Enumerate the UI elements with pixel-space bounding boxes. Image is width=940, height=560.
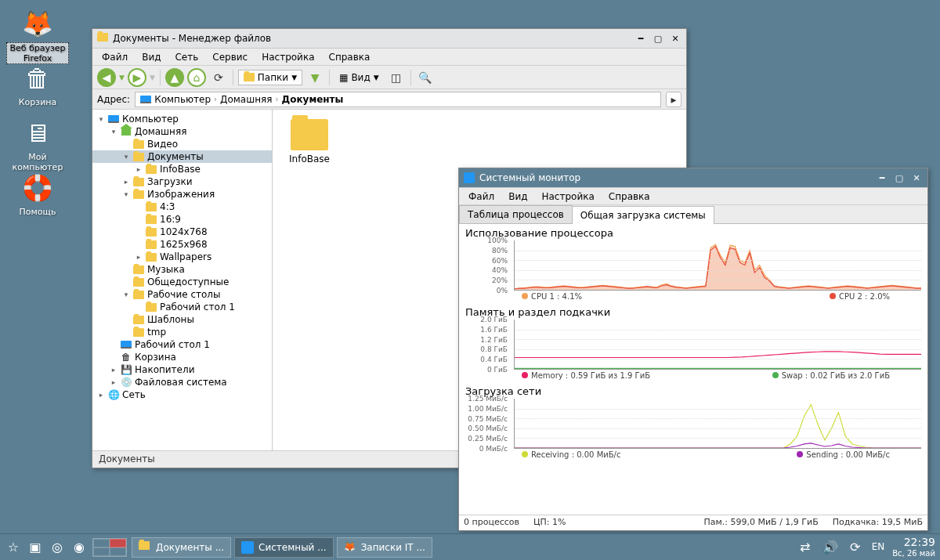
menu-сервис[interactable]: Сервис [206, 50, 254, 64]
tree-item[interactable]: 1625x968 [92, 238, 272, 251]
tree-item[interactable]: ▸💿Файловая система [92, 376, 272, 388]
tree-item[interactable]: Общедоступные [92, 276, 272, 288]
menu-настройка[interactable]: Настройка [255, 50, 320, 64]
desktop-icon-trash[interactable]: 🗑Корзина [6, 61, 69, 107]
file-item[interactable]: InfoBase [282, 119, 337, 164]
tree-item[interactable]: Видео [92, 138, 272, 150]
tree-item[interactable]: ▾Документы [92, 150, 272, 163]
expand-icon[interactable]: ▾ [110, 128, 118, 135]
taskbar-button[interactable]: 🦊Записки IT ... [337, 537, 432, 558]
folder-icon [146, 251, 157, 262]
expand-icon[interactable]: ▸ [110, 378, 118, 386]
tree-item[interactable]: 16:9 [92, 213, 272, 226]
go-button[interactable]: ▸ [666, 92, 682, 107]
chart-title: Загрузка сети [465, 385, 921, 397]
menu-сеть[interactable]: Сеть [168, 50, 204, 64]
view-dropdown[interactable]: ▦ Вид ▼ [334, 70, 384, 85]
tree-item[interactable]: ▾Домашняя [92, 125, 272, 138]
expand-icon[interactable]: ▾ [122, 190, 130, 198]
expand-icon[interactable]: ▸ [135, 253, 143, 261]
tree-item[interactable]: ▸Загрузки [92, 175, 272, 188]
tree-item[interactable]: 1024x768 [92, 226, 272, 238]
tree-item[interactable]: 4:3 [92, 201, 272, 213]
folder-icon [146, 302, 157, 313]
expand-icon[interactable]: ▸ [135, 165, 143, 173]
tree-item[interactable]: 🗑Корзина [92, 351, 272, 363]
updates-tray-icon[interactable]: ⟳ [847, 538, 864, 555]
up-button[interactable]: ▲ [165, 68, 184, 87]
maximize-button[interactable]: ▢ [652, 32, 664, 45]
tab[interactable]: Таблица процессов [459, 205, 573, 223]
volume-tray-icon[interactable]: 🔊 [822, 538, 839, 555]
tab[interactable]: Общая загрузка системы [572, 206, 714, 224]
breadcrumb[interactable]: Компьютер›Домашняя›Документы [135, 92, 661, 107]
tree-item[interactable]: Шаблоны [92, 313, 272, 326]
back-button[interactable]: ◀ [97, 68, 116, 87]
show-desktop-button[interactable]: ▣ [27, 539, 44, 556]
start-menu-button[interactable]: ☆ [5, 539, 22, 556]
tree-item[interactable]: ▸Wallpapers [92, 251, 272, 263]
apps-button-1[interactable]: ◎ [49, 539, 66, 556]
taskbar-button[interactable]: Документы ... [132, 537, 231, 558]
tree-item[interactable]: Рабочий стол 1 [92, 338, 272, 351]
chart: 2.0 ГиБ1.6 ГиБ1.2 ГиБ0.8 ГиБ0.4 ГиБ0 ГиБ… [465, 320, 921, 381]
keyboard-layout[interactable]: EN [872, 541, 885, 552]
folders-dropdown[interactable]: Папки▼ [238, 70, 302, 85]
sm-titlebar[interactable]: Системный монитор ━ ▢ ✕ [459, 168, 927, 188]
fm-titlebar[interactable]: Документы - Менеджер файлов ━ ▢ ✕ [92, 29, 686, 49]
status-cpu: ЦП: 1% [533, 517, 566, 529]
menu-справка[interactable]: Справка [602, 190, 656, 204]
expand-icon[interactable]: ▾ [97, 115, 105, 123]
crumb[interactable]: Документы [281, 94, 343, 105]
crumb[interactable]: Домашняя [220, 94, 272, 105]
tree-item[interactable]: ▸🌐Сеть [92, 388, 272, 401]
menu-вид[interactable]: Вид [502, 190, 533, 204]
expand-icon[interactable]: ▾ [122, 291, 130, 298]
tree-item[interactable]: ▸InfoBase [92, 163, 272, 175]
search-button[interactable]: 🔍 [416, 68, 435, 87]
desktop-icon-help[interactable]: 🛟Помощь [6, 171, 69, 217]
folder-icon [146, 226, 157, 237]
status-procs: 0 процессов [464, 517, 519, 529]
menu-файл[interactable]: Файл [462, 190, 501, 204]
apps-button-2[interactable]: ◉ [70, 539, 88, 556]
menu-файл[interactable]: Файл [96, 50, 134, 64]
crumb[interactable]: Компьютер [154, 94, 211, 105]
close-button[interactable]: ✕ [669, 32, 682, 45]
forward-dropdown-icon[interactable]: ▼ [150, 74, 155, 81]
back-dropdown-icon[interactable]: ▼ [119, 74, 125, 81]
minimize-button[interactable]: ━ [634, 32, 647, 45]
trash-icon: 🗑 [121, 352, 132, 363]
tree-item[interactable]: ▾Изображения [92, 188, 272, 201]
expand-icon[interactable]: ▸ [97, 391, 105, 399]
folder-icon [133, 289, 144, 300]
fs-icon: 💿 [121, 377, 132, 388]
expand-icon[interactable]: ▸ [122, 178, 130, 186]
filter-button[interactable]: ▼ [306, 68, 324, 87]
minimize-button[interactable]: ━ [876, 172, 888, 184]
tree-item[interactable]: ▾Рабочие столы [92, 288, 272, 301]
menu-настройка[interactable]: Настройка [535, 190, 600, 204]
sidepane-button[interactable]: ◫ [387, 68, 406, 87]
maximize-button[interactable]: ▢ [893, 172, 906, 184]
forward-button[interactable]: ▶ [128, 68, 146, 87]
tree-item[interactable]: ▸💾Накопители [92, 363, 272, 376]
close-button[interactable]: ✕ [910, 172, 923, 184]
firefox-icon: 🦊 [20, 6, 55, 41]
reload-button[interactable]: ⟳ [209, 68, 228, 87]
tree-item[interactable]: Рабочий стол 1 [92, 301, 272, 313]
desktop-icon-computer[interactable]: 🖥Мойкомпьютер [6, 116, 69, 172]
fm-tree[interactable]: ▾Компьютер▾ДомашняяВидео▾Документы▸InfoB… [92, 110, 273, 450]
tree-item[interactable]: tmp [92, 326, 272, 338]
expand-icon[interactable]: ▸ [110, 366, 118, 374]
menu-вид[interactable]: Вид [136, 50, 167, 64]
home-button[interactable]: ⌂ [187, 68, 206, 87]
desktop-icon-firefox[interactable]: 🦊Веб браузерFirefox [6, 6, 69, 64]
workspace-pager[interactable] [92, 538, 127, 557]
menu-справка[interactable]: Справка [323, 50, 377, 64]
taskbar-button[interactable]: Системный ... [234, 537, 334, 558]
network-tray-icon[interactable]: ⇄ [797, 538, 814, 555]
clock[interactable]: 22:39 Вс, 26 май [892, 537, 935, 557]
tree-item[interactable]: Музыка [92, 263, 272, 276]
expand-icon[interactable]: ▾ [122, 153, 130, 161]
